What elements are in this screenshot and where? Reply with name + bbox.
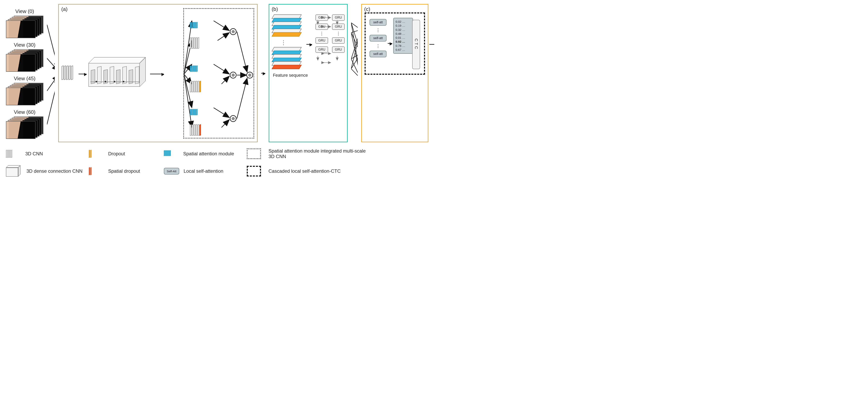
ellipsis-icon: ⋮ (281, 39, 308, 46)
spatial-dropout-icon (89, 165, 104, 177)
output-label: [ Hello ] (434, 38, 434, 69)
ctc-block: CTC (412, 20, 420, 69)
dashed-box-icon (247, 166, 261, 176)
probability-vector: 0.02 … 0.19 … 0.32 … 0.48 … 0.01 … 0.92 … (393, 18, 413, 54)
view-label-60: View (60) (6, 109, 43, 115)
legend-item-3d-cnn: 3D CNN (6, 148, 89, 160)
legend-item-local-self-attention: Self-Att Local self-attention (164, 168, 247, 174)
self-attention-pill: self-att (370, 51, 386, 57)
legend: 3D CNN Dropout Spatial attention module … (6, 148, 428, 177)
prob-value: 0.01 … (396, 36, 411, 40)
spatial-attention-icon (190, 63, 198, 75)
svg-line-2 (47, 75, 55, 91)
cascaded-dashed-panel: self-att ⋮ self-att ⋮ self-att 0.02 … 0.… (365, 12, 425, 75)
feature-stack-2-icon (273, 47, 306, 71)
prob-value: 0.02 … (396, 20, 411, 24)
arrow-icon (261, 73, 265, 74)
dense-cnn-cuboid-icon (6, 165, 22, 177)
face-image-icon (6, 54, 35, 72)
feature-sequence-area: ⋮ Feature sequence (273, 15, 308, 78)
view-frames-60 (6, 116, 43, 138)
branch-cnn-spatial-dropout (190, 119, 206, 141)
self-attention-pill: self-att (370, 35, 386, 41)
legend-label: 3D dense connection CNN (27, 168, 83, 174)
view-frames-30 (6, 49, 43, 71)
legend-label: Spatial attention module (183, 151, 234, 156)
svg-line-18 (237, 78, 247, 119)
cnn3d-stack-icon (62, 62, 78, 84)
arrow-icon (79, 74, 87, 74)
legend-item-dense-cnn: 3D dense connection CNN (6, 165, 89, 177)
cnn3d-dropout-icon (190, 78, 203, 95)
view-label-30: View (30) (6, 42, 43, 48)
view-frames-45 (6, 83, 43, 105)
svg-line-30 (351, 30, 358, 33)
dotted-box-icon (247, 148, 261, 159)
multiscale-dotted-panel: ⊕ ⊕ (183, 8, 254, 139)
panel-c-inner: self-att ⋮ self-att ⋮ self-att 0.02 … 0.… (362, 4, 428, 142)
spatial-attention-icon (164, 148, 179, 160)
panel-a-inner: ⊕ ⊕ (59, 4, 257, 142)
feature-sequence-label: Feature sequence (273, 73, 308, 78)
view-group-0: View (0) (6, 8, 43, 37)
ellipsis-icon: ⋮ (376, 29, 380, 31)
legend-label: Spatial dropout (108, 168, 140, 174)
view-label-45: View (45) (6, 76, 43, 82)
view-label-0: View (0) (6, 8, 43, 15)
ellipsis-icon: ⋮ (376, 45, 380, 47)
svg-line-13 (221, 76, 229, 84)
branch-cnn-dropout (190, 76, 206, 97)
self-attention-column: self-att ⋮ self-att ⋮ self-att (370, 19, 386, 57)
prob-value-highlight: 0.92 … (396, 40, 411, 44)
arrow-icon (150, 74, 164, 74)
view-group-60: View (60) (6, 109, 43, 138)
face-image-icon (6, 88, 35, 105)
branch-cnn-1 (190, 32, 206, 54)
face-image-icon (6, 121, 35, 139)
svg-line-1 (47, 58, 55, 71)
cnn3d-stack-icon (190, 34, 203, 52)
svg-line-10 (214, 21, 229, 31)
arrow-icon (388, 43, 392, 44)
prob-value: 0.19 … (396, 24, 411, 28)
legend-item-spatial-attention: Spatial attention module (164, 148, 247, 160)
legend-item-dropout: Dropout (89, 148, 164, 160)
spatial-attention-icon (190, 106, 198, 118)
legend-item-multiscale-box (247, 148, 269, 159)
legend-item-cascaded-box (247, 166, 269, 176)
legend-label: Local self-attention (184, 168, 223, 174)
top-row: View (0) View (30) (6, 4, 428, 142)
legend-label: Dropout (108, 151, 125, 156)
prob-value: 0.67 … (396, 48, 411, 52)
panel-b-inner: ⋮ Feature sequence GRU GRU (269, 4, 347, 142)
cnn3d-stack-icon (6, 148, 21, 160)
svg-line-35 (351, 59, 358, 79)
gru-connectors-icon (311, 14, 345, 69)
legend-label: Spatial attention module integrated mult… (269, 148, 371, 159)
prob-value: 0.32 … (396, 28, 411, 32)
svg-line-15 (221, 119, 229, 127)
svg-line-16 (237, 32, 247, 72)
legend-label: Cascaded local self-attention-CTC (269, 168, 371, 174)
input-column: View (0) View (30) (6, 4, 43, 142)
legend-label: 3D CNN (25, 151, 43, 156)
svg-line-14 (214, 108, 229, 118)
panel-b: (b) ⋮ (269, 4, 348, 142)
self-attention-pill: self-att (370, 19, 386, 26)
svg-line-12 (214, 64, 229, 74)
arrow-icon (306, 44, 312, 45)
panel-c: (c) self-att ⋮ self-att ⋮ self-att 0.02 … (361, 4, 428, 142)
cnn3d-spatial-dropout-icon (190, 121, 203, 139)
prob-value: 0.48 … (396, 32, 411, 36)
svg-line-11 (218, 33, 229, 40)
figure-root: View (0) View (30) (0, 0, 434, 200)
dense-cnn-cuboid-icon (88, 57, 148, 87)
prob-value: 0.78 … (396, 44, 411, 48)
input-arrow-bundle (47, 4, 55, 142)
legend-item-spatial-dropout: Spatial dropout (89, 165, 164, 177)
dropout-icon (89, 148, 104, 160)
view-group-30: View (30) (6, 42, 43, 71)
face-image-icon (6, 20, 35, 38)
fan-arrows-icon (351, 4, 358, 142)
view-group-45: View (45) (6, 76, 43, 105)
